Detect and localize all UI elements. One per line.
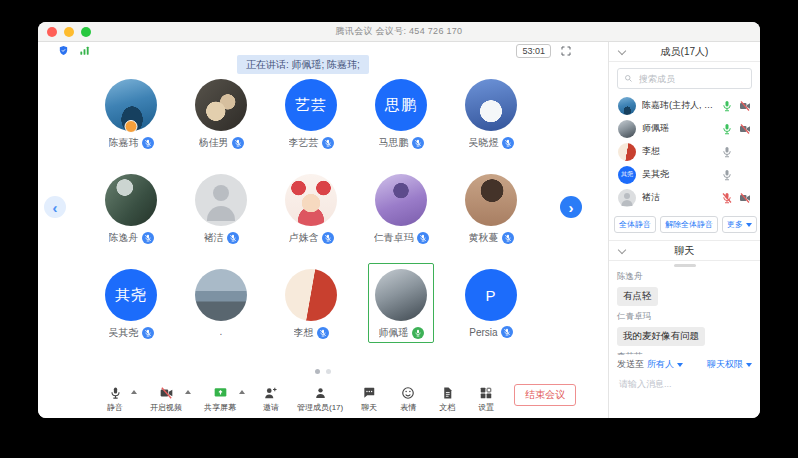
docs-button[interactable]: 文档	[434, 385, 460, 413]
share-options-caret[interactable]	[239, 390, 245, 394]
mic-status-badge-icon	[142, 137, 154, 149]
mute-all-button[interactable]: 全体静音	[614, 216, 656, 233]
emoji-button[interactable]: 表情	[395, 385, 421, 413]
chat-messages: 陈逸舟 有点轻 仁青卓玛 我的麦好像有问题 李艺芸 可以，但是很小声	[617, 271, 752, 355]
share-screen-button[interactable]: 共享屏幕	[204, 385, 236, 413]
chat-permission-caret-icon[interactable]	[746, 363, 752, 367]
send-to-selector[interactable]: 所有人	[647, 358, 674, 371]
chat-input[interactable]	[617, 376, 752, 412]
mute-label: 静音	[107, 402, 123, 413]
participant-avatar	[465, 79, 517, 131]
participant-tile[interactable]: 仁青卓玛	[356, 168, 446, 242]
member-avatar	[618, 97, 636, 115]
member-camera-off-icon[interactable]	[739, 100, 751, 112]
members-header: 成员(17人)	[609, 42, 760, 62]
mic-status-badge-icon	[227, 232, 239, 244]
chat-scrollbar[interactable]	[674, 264, 696, 267]
member-name: 师佩瑶	[642, 122, 715, 135]
chat-message: 仁青卓玛 我的麦好像有问题	[617, 311, 752, 346]
security-shield-icon[interactable]	[58, 45, 69, 56]
side-panel: 成员(17人) 陈嘉玮(主持人, 我)	[608, 42, 760, 418]
pagination-dot-active	[315, 369, 320, 374]
more-label: 更多	[727, 219, 743, 230]
member-mic-icon[interactable]	[721, 100, 733, 112]
participant-tile[interactable]: 思鹏 马思鹏	[356, 73, 446, 147]
mute-options-caret[interactable]	[131, 390, 137, 394]
avatar-initials: 艺芸	[295, 96, 327, 115]
more-button[interactable]: 更多	[722, 216, 757, 233]
window-title: 腾讯会议 会议号: 454 726 170	[336, 25, 463, 38]
mic-status-badge-icon	[142, 327, 154, 339]
docs-label: 文档	[439, 402, 455, 413]
member-mic-icon[interactable]	[721, 192, 733, 204]
video-options-caret[interactable]	[185, 390, 191, 394]
member-mic-icon[interactable]	[721, 146, 733, 158]
collapse-chat-chevron-icon[interactable]	[618, 246, 626, 254]
chat-input-area	[609, 374, 760, 418]
next-page-button[interactable]: ›	[560, 196, 582, 218]
minimize-window-button[interactable]	[64, 27, 74, 37]
member-avatar	[618, 189, 636, 207]
participant-tile[interactable]: 李想	[266, 263, 356, 337]
participant-avatar	[285, 269, 337, 321]
collapse-members-chevron-icon[interactable]	[618, 47, 626, 55]
manage-members-button[interactable]: 管理成员(17)	[297, 385, 343, 413]
member-search-box[interactable]	[617, 68, 752, 89]
member-name: 陈嘉玮(主持人, 我)	[642, 99, 715, 112]
participant-name: .	[220, 326, 223, 337]
participant-avatar	[195, 79, 247, 131]
member-mic-icon[interactable]	[721, 123, 733, 135]
fullscreen-icon[interactable]	[560, 45, 572, 57]
participant-tile[interactable]: 其尧 吴其尧	[86, 263, 176, 337]
chat-permission-button[interactable]: 聊天权限	[707, 358, 743, 371]
member-mic-icon[interactable]	[721, 169, 733, 181]
participant-tile[interactable]: 褚洁	[176, 168, 266, 242]
smiley-icon	[401, 385, 415, 400]
participant-tile[interactable]: 吴晓煜	[446, 73, 536, 147]
participant-name: 杨佳男	[199, 136, 229, 150]
member-search-input[interactable]	[637, 73, 745, 85]
send-to-label: 发送至	[617, 358, 644, 371]
participant-name: Persia	[469, 327, 497, 338]
settings-button[interactable]: 设置	[473, 385, 499, 413]
member-camera-off-icon[interactable]	[739, 192, 751, 204]
mic-status-badge-icon	[412, 327, 424, 339]
network-signal-icon[interactable]	[79, 45, 90, 56]
participant-tile[interactable]: 师佩瑶	[356, 263, 446, 337]
close-window-button[interactable]	[47, 27, 57, 37]
member-row[interactable]: 师佩瑶	[609, 117, 760, 140]
end-meeting-button[interactable]: 结束会议	[514, 384, 576, 406]
participant-tile[interactable]: 卢姝含	[266, 168, 356, 242]
member-camera-off-icon[interactable]	[739, 123, 751, 135]
host-badge-icon	[125, 120, 138, 133]
send-to-caret-icon[interactable]	[677, 363, 683, 367]
participant-name: 仁青卓玛	[374, 231, 414, 245]
participant-tile[interactable]: 陈逸舟	[86, 168, 176, 242]
members-title: 成员(17人)	[661, 45, 709, 59]
chat-button[interactable]: 聊天	[356, 385, 382, 413]
member-row[interactable]: 褚洁	[609, 186, 760, 209]
participant-tile[interactable]: 艺芸 李艺芸	[266, 73, 356, 147]
participant-avatar	[195, 174, 247, 226]
chat-bubble-icon	[362, 385, 376, 400]
participant-tile[interactable]: 陈嘉玮	[86, 73, 176, 147]
participant-tile[interactable]: P Persia	[446, 263, 536, 337]
prev-page-button[interactable]: ‹	[44, 196, 66, 218]
mute-button[interactable]: 静音	[102, 385, 128, 413]
member-row[interactable]: 李想	[609, 140, 760, 163]
participant-avatar	[465, 174, 517, 226]
member-row[interactable]: 陈嘉玮(主持人, 我)	[609, 94, 760, 117]
participant-avatar	[195, 269, 247, 321]
participant-tile[interactable]: 杨佳男	[176, 73, 266, 147]
zoom-window-button[interactable]	[81, 27, 91, 37]
participant-avatar: 其尧	[105, 269, 157, 321]
participant-tile[interactable]: 黄秋蔓	[446, 168, 536, 242]
start-video-button[interactable]: 开启视频	[150, 385, 182, 413]
status-icons	[58, 45, 90, 56]
participant-tile[interactable]: .	[176, 263, 266, 337]
meeting-window: 腾讯会议 会议号: 454 726 170 53:01 正在讲话: 师佩瑶; 陈…	[38, 22, 760, 418]
member-row[interactable]: 其尧 吴其尧	[609, 163, 760, 186]
unmute-all-button[interactable]: 解除全体静音	[660, 216, 718, 233]
avatar-initials: 思鹏	[385, 96, 417, 115]
invite-button[interactable]: 邀请	[258, 385, 284, 413]
